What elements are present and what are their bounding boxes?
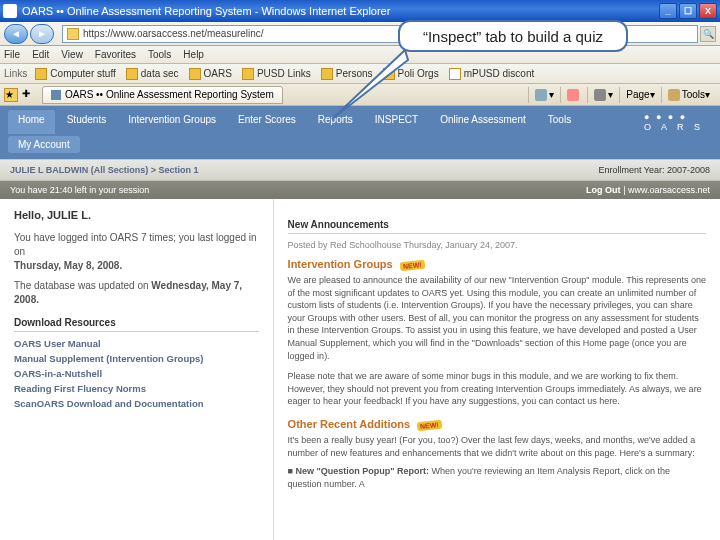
favorites-icon[interactable]: ★ [4, 88, 18, 102]
maximize-button[interactable]: ☐ [679, 3, 697, 19]
bookmark-item[interactable]: mPUSD discont [449, 68, 535, 80]
close-button[interactable]: X [699, 3, 717, 19]
download-link[interactable]: Manual Supplement (Intervention Groups) [14, 353, 259, 364]
new-badge: NEW! [417, 420, 442, 432]
tab-online-assessment[interactable]: Online Assessment [430, 110, 536, 134]
download-heading: Download Resources [14, 317, 259, 332]
logout-link[interactable]: Log Out [586, 185, 621, 195]
bookmark-item[interactable]: PUSD Links [242, 68, 311, 80]
folder-icon [35, 68, 47, 80]
enrollment-year: Enrollment Year: 2007-2008 [598, 165, 710, 175]
right-column: New Announcements Posted by Red Schoolho… [274, 199, 720, 540]
tab-title: OARS •• Online Assessment Reporting Syst… [65, 89, 274, 100]
menu-tools[interactable]: Tools [148, 49, 171, 60]
intervention-text-1: We are pleased to announce the availabil… [288, 274, 706, 362]
download-link[interactable]: ScanOARS Download and Documentation [14, 398, 259, 409]
tab-intervention-groups[interactable]: Intervention Groups [118, 110, 226, 134]
download-list: OARS User Manual Manual Supplement (Inte… [14, 338, 259, 409]
download-link[interactable]: OARS User Manual [14, 338, 259, 349]
url-text: https://www.oarsaccess.net/measurelinc/ [83, 28, 264, 39]
app-viewport: Home Students Intervention Groups Enter … [0, 106, 720, 540]
tab-enter-scores[interactable]: Enter Scores [228, 110, 306, 134]
intervention-heading: Intervention Groups NEW! [288, 258, 706, 270]
search-icon[interactable]: 🔍 [700, 26, 716, 42]
tab-home[interactable]: Home [8, 110, 55, 134]
page-icon [51, 90, 61, 100]
app-sub-nav: My Account [0, 134, 720, 159]
greeting: Hello, JULIE L. [14, 209, 259, 221]
question-popup-item: ■ New "Question Popup" Report: When you'… [288, 465, 706, 490]
forward-button[interactable]: ► [30, 24, 54, 44]
callout-tail [330, 42, 420, 124]
tools-tool[interactable]: Tools ▾ [661, 87, 716, 103]
other-recent-heading: Other Recent Additions NEW! [288, 418, 706, 430]
print-tool[interactable]: ▾ [587, 87, 619, 103]
site-url: | www.oarsaccess.net [623, 185, 710, 195]
tab-my-account[interactable]: My Account [8, 136, 80, 153]
bookmark-item[interactable]: data sec [126, 68, 179, 80]
announcements-heading: New Announcements [288, 219, 706, 234]
menu-file[interactable]: File [4, 49, 20, 60]
download-link[interactable]: OARS-in-a-Nutshell [14, 368, 259, 379]
ie-icon [3, 4, 17, 18]
home-icon [535, 89, 547, 101]
home-tool[interactable]: ▾ [528, 87, 560, 103]
intervention-text-2: Please note that we are aware of some mi… [288, 370, 706, 408]
annotation-callout: “Inspect” tab to build a quiz [398, 20, 628, 52]
content-area: Hello, JULIE L. You have logged into OAR… [0, 199, 720, 540]
minimize-button[interactable]: _ [659, 3, 677, 19]
add-favorites-icon[interactable]: ✚ [22, 88, 36, 102]
gear-icon [668, 89, 680, 101]
folder-icon [242, 68, 254, 80]
other-recent-text: It's been a really busy year! (For you, … [288, 434, 706, 459]
tab-tools[interactable]: Tools [538, 110, 581, 134]
rss-icon [567, 89, 579, 101]
lock-icon [67, 28, 79, 40]
menu-help[interactable]: Help [183, 49, 204, 60]
breadcrumb[interactable]: JULIE L BALDWIN (All Sections) > Section… [10, 165, 199, 175]
callout-text: “Inspect” tab to build a quiz [423, 28, 603, 45]
bookmark-item[interactable]: Computer stuff [35, 68, 115, 80]
links-label: Links [4, 68, 27, 79]
bookmark-item[interactable]: OARS [189, 68, 232, 80]
window-titlebar: OARS •• Online Assessment Reporting Syst… [0, 0, 720, 22]
db-update-info: The database was updated on Wednesday, M… [14, 279, 259, 307]
folder-icon [189, 68, 201, 80]
folder-icon [126, 68, 138, 80]
feeds-tool[interactable] [560, 87, 587, 103]
browser-tab[interactable]: OARS •• Online Assessment Reporting Syst… [42, 86, 283, 104]
page-icon [449, 68, 461, 80]
download-link[interactable]: Reading First Fluency Norms [14, 383, 259, 394]
breadcrumb-bar: JULIE L BALDWIN (All Sections) > Section… [0, 159, 720, 181]
page-tool[interactable]: Page ▾ [619, 87, 660, 103]
login-info: You have logged into OARS 7 times; you l… [14, 231, 259, 273]
window-title: OARS •• Online Assessment Reporting Syst… [22, 5, 390, 17]
session-bar: You have 21:40 left in your session Log … [0, 181, 720, 199]
menu-view[interactable]: View [61, 49, 83, 60]
left-column: Hello, JULIE L. You have logged into OAR… [0, 199, 274, 540]
new-badge: NEW! [399, 260, 424, 272]
oars-logo: ● ● ● ● O A R S [636, 110, 712, 134]
posted-by: Posted by Red Schoolhouse Thursday, Janu… [288, 240, 706, 250]
menu-edit[interactable]: Edit [32, 49, 49, 60]
tab-students[interactable]: Students [57, 110, 116, 134]
print-icon [594, 89, 606, 101]
session-timer: You have 21:40 left in your session [10, 185, 149, 195]
menu-favorites[interactable]: Favorites [95, 49, 136, 60]
back-button[interactable]: ◄ [4, 24, 28, 44]
